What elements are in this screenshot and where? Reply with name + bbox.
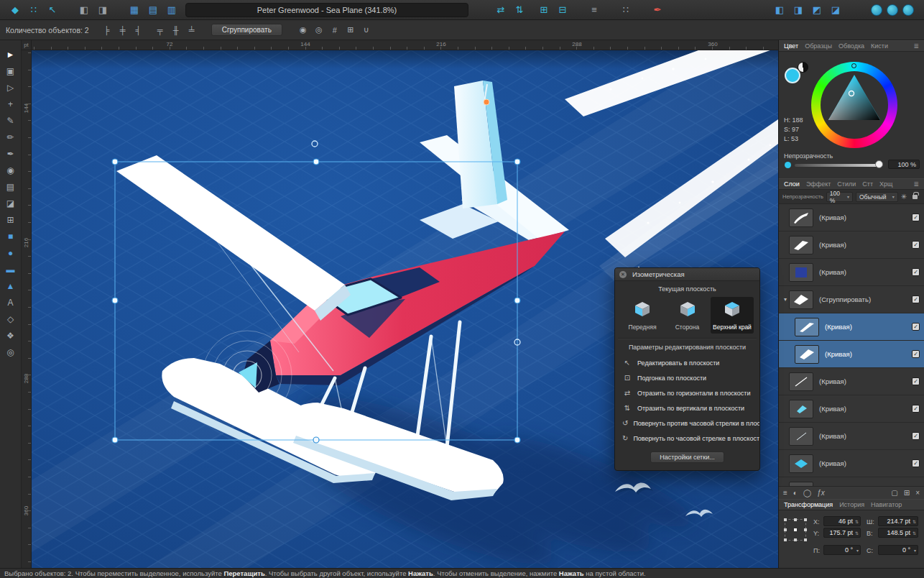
align-top-icon[interactable]: ╤ xyxy=(152,24,168,37)
layer-opacity-dropdown[interactable]: 100 %▾ xyxy=(826,192,853,202)
order-forward-icon[interactable]: ⊞ xyxy=(535,3,553,17)
iso-grid-side-icon[interactable]: ▤ xyxy=(144,3,162,17)
isometric-panel[interactable]: ✕ Изометрическая Текущая плоскость Перед… xyxy=(614,267,760,471)
layer-row[interactable]: (Кривая) xyxy=(779,368,924,395)
operations-menu-icon[interactable]: ≡ xyxy=(585,3,604,17)
tab-assets[interactable]: Хрщ xyxy=(879,180,892,188)
panel-toggle-d-icon[interactable]: ◪ xyxy=(826,3,845,17)
flip-horizontal-icon[interactable]: ⇄ xyxy=(491,3,510,17)
y-field[interactable]: 175.7 pt⇅ xyxy=(823,528,861,538)
panel-menu-icon[interactable]: ≣ xyxy=(913,180,919,188)
layer-visibility-checkbox[interactable] xyxy=(912,323,920,331)
layer-row[interactable]: (Кривая) xyxy=(779,204,924,231)
edit-in-plane-item[interactable]: ↖ Редактировать в плоскости xyxy=(615,355,759,370)
new-layer-icon[interactable]: ▢ xyxy=(891,489,897,497)
rectangle-tool[interactable]: ■ xyxy=(2,228,19,244)
panel-toggle-c-icon[interactable]: ◩ xyxy=(808,3,826,17)
transparency-tool[interactable]: ◪ xyxy=(2,195,19,211)
align-middle-icon[interactable]: ╫ xyxy=(168,24,184,37)
hand-tool[interactable]: ❖ xyxy=(2,327,19,344)
ruler-unit[interactable]: pt xyxy=(22,40,32,50)
tab-swatches[interactable]: Образцы xyxy=(805,42,832,50)
node-tool[interactable]: ▷ xyxy=(2,79,19,96)
align-right-icon[interactable]: ╡ xyxy=(131,24,147,37)
tab-history[interactable]: История xyxy=(839,501,864,508)
gradient-tool[interactable]: ▤ xyxy=(2,178,19,195)
layer-row[interactable]: (Кривая) xyxy=(779,259,924,286)
gear-icon[interactable]: ✳ xyxy=(901,193,907,201)
fx-icon[interactable]: ƒx xyxy=(817,489,825,497)
delete-layer-icon[interactable]: × xyxy=(915,489,920,497)
point-transform-tool[interactable]: + xyxy=(2,96,19,112)
layer-row-group[interactable]: ▾ (Сгруппировать) xyxy=(779,286,924,313)
close-icon[interactable]: ✕ xyxy=(619,271,627,278)
panel-toggle-a-icon[interactable]: ◧ xyxy=(770,3,789,17)
fill-tool[interactable]: ◉ xyxy=(2,162,19,178)
snap-toggle-icon[interactable]: ◉ xyxy=(295,24,311,37)
layer-visibility-checkbox[interactable] xyxy=(912,432,920,440)
new-group-icon[interactable]: ⊞ xyxy=(904,489,910,497)
group-button[interactable]: Сгруппировать xyxy=(211,24,282,36)
tab-layers[interactable]: Слои xyxy=(784,180,800,188)
layer-visibility-checkbox[interactable] xyxy=(912,241,920,249)
color-picker-tool[interactable]: ◇ xyxy=(2,311,19,327)
layer-row[interactable]: (Кривая) xyxy=(779,450,924,477)
layer-visibility-checkbox[interactable] xyxy=(912,459,920,467)
panel-toggle-b-icon[interactable]: ◨ xyxy=(789,3,808,17)
disclosure-caret-icon[interactable]: ▾ xyxy=(782,296,789,303)
tab-brushes[interactable]: Кисти xyxy=(871,42,888,50)
plane-side-button[interactable]: Сторона xyxy=(666,297,709,334)
layer-row[interactable]: (Кривая) xyxy=(779,231,924,259)
x-field[interactable]: 46 pt⇅ xyxy=(823,516,861,526)
fit-to-plane-item[interactable]: ⊡ Подгонка по плоскости xyxy=(615,370,759,385)
pixel-persona-icon[interactable]: ◧ xyxy=(75,3,93,17)
rotation-field[interactable]: 0 °▾ xyxy=(823,545,861,555)
shear-field[interactable]: 0 °▾ xyxy=(878,545,918,555)
layers-stack-icon[interactable]: ≡ xyxy=(783,489,787,497)
rounded-rect-tool[interactable]: ▬ xyxy=(2,261,19,277)
layer-visibility-checkbox[interactable] xyxy=(912,295,920,303)
selected-node[interactable] xyxy=(484,99,489,105)
align-bottom-icon[interactable]: ╧ xyxy=(184,24,200,37)
rotate-ccw-in-plane-item[interactable]: ↺ Повернуть против часовой стрелки в пло… xyxy=(615,416,759,431)
snap-grid-toggle-icon[interactable]: # xyxy=(327,24,343,37)
opacity-slider[interactable] xyxy=(795,164,879,167)
mask-icon[interactable]: ◯ xyxy=(803,489,811,497)
panel-menu-icon[interactable]: ≣ xyxy=(913,42,919,50)
snap-candidates-icon[interactable]: ◎ xyxy=(311,24,327,37)
account-circle-3[interactable] xyxy=(902,4,914,16)
height-field[interactable]: 148.5 pt⇅ xyxy=(878,528,918,538)
tab-color[interactable]: Цвет xyxy=(784,42,798,50)
layer-visibility-checkbox[interactable] xyxy=(912,268,920,276)
pencil-tool[interactable]: ✏ xyxy=(2,129,19,145)
zoom-tool[interactable]: ◎ xyxy=(2,344,19,360)
layer-row[interactable]: (Кривая) xyxy=(779,423,924,450)
snap-grid-icon[interactable]: ∷ xyxy=(24,3,43,17)
opacity-value-field[interactable]: 100 % xyxy=(888,160,920,169)
width-field[interactable]: 214.7 pt⇅ xyxy=(878,516,918,526)
flip-vertical-icon[interactable]: ⇅ xyxy=(510,3,529,17)
blend-mode-dropdown[interactable]: Обычный▾ xyxy=(856,192,898,202)
pen-tool[interactable]: ✎ xyxy=(2,112,19,129)
tab-effects[interactable]: Эффект xyxy=(806,180,831,188)
export-persona-icon[interactable]: ◨ xyxy=(93,3,112,17)
dot-grid-icon[interactable]: ∷ xyxy=(616,3,635,17)
tab-navigator[interactable]: Навигатор xyxy=(871,501,902,508)
opacity-slider-knob[interactable] xyxy=(875,160,883,168)
isometric-panel-header[interactable]: ✕ Изометрическая xyxy=(615,268,759,281)
rotate-cw-in-plane-item[interactable]: ↻ Повернуть по часовой стрелке в плоскос… xyxy=(615,431,759,446)
grid-settings-button[interactable]: Настройки сетки... xyxy=(650,451,724,463)
style-picker-icon[interactable]: ✒ xyxy=(648,3,667,17)
pixel-align-icon[interactable]: ⊞ xyxy=(343,24,359,37)
app-logo-icon[interactable]: ◆ xyxy=(6,3,24,17)
layer-visibility-checkbox[interactable] xyxy=(912,405,920,413)
tab-stroke[interactable]: Обводка xyxy=(838,42,864,50)
tab-symbols[interactable]: Стт xyxy=(862,180,873,188)
layer-row[interactable]: (Кривая) xyxy=(779,395,924,423)
flip-vertical-in-plane-item[interactable]: ⇅ Отразить по вертикали в плоскости xyxy=(615,400,759,416)
move-tool[interactable]: ► xyxy=(2,46,19,63)
magnet-icon[interactable]: ∪ xyxy=(359,24,374,37)
order-backward-icon[interactable]: ⊟ xyxy=(553,3,572,17)
ellipse-tool[interactable]: ● xyxy=(2,244,19,261)
triangle-tool[interactable]: ▲ xyxy=(2,277,19,294)
